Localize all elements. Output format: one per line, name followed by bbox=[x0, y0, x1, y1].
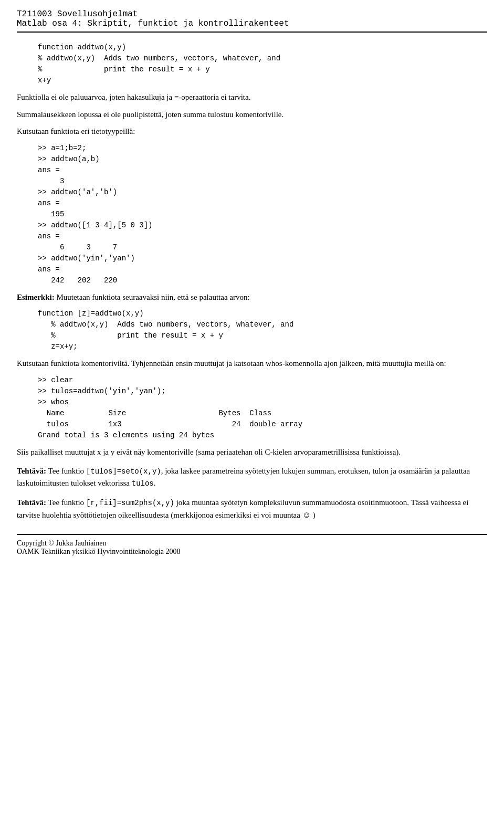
code-block-3: function [z]=addtwo(x,y) % addtwo(x,y) A… bbox=[38, 308, 487, 352]
header: T211003 Sovellusohjelmat Matlab osa 4: S… bbox=[17, 9, 487, 33]
code-block-2: >> a=1;b=2; >> addtwo(a,b) ans = 3 >> ad… bbox=[38, 143, 487, 286]
page: T211003 Sovellusohjelmat Matlab osa 4: S… bbox=[0, 0, 504, 819]
tehtava1-code2: tulos bbox=[132, 479, 154, 488]
esimerkki-paragraph: Esimerkki: Muutetaan funktiota seuraavak… bbox=[17, 291, 487, 303]
tehtava2-label: Tehtävä: bbox=[17, 498, 46, 507]
tehtava-1: Tehtävä: Tee funktio [tulos]=seto(x,y), … bbox=[17, 465, 487, 489]
tehtava1-code: [tulos]=seto(x,y) bbox=[86, 467, 161, 476]
tehtava2-text3: ) bbox=[311, 511, 316, 519]
prose-4: Kutsutaan funktiota komentoriviltä. Tyhj… bbox=[17, 358, 487, 370]
tehtava1-text3: . bbox=[154, 479, 156, 487]
code-block-1: function addtwo(x,y) % addtwo(x,y) Adds … bbox=[38, 42, 487, 86]
footer: Copyright © Jukka Jauhiainen OAMK Teknii… bbox=[17, 534, 487, 556]
smiley-icon: ☺ bbox=[302, 510, 311, 519]
prose-1: Funktiolla ei ole paluuarvoa, joten haka… bbox=[17, 91, 487, 103]
code-block-4: >> clear >> tulos=addtwo('yin','yan'); >… bbox=[38, 375, 487, 441]
footer-line2: OAMK Tekniikan yksikkö Hyvinvointiteknol… bbox=[17, 548, 487, 556]
prose-5: Siis paikalliset muuttujat x ja y eivät … bbox=[17, 446, 487, 458]
esimerkki-label: Esimerkki: bbox=[17, 293, 55, 301]
tehtava2-text: Tee funktio bbox=[46, 498, 86, 507]
prose-3: Kutsutaan funktiota eri tietotyypeillä: bbox=[17, 125, 487, 138]
footer-line1: Copyright © Jukka Jauhiainen bbox=[17, 539, 487, 548]
prose-2: Summalausekkeen lopussa ei ole puolipist… bbox=[17, 109, 487, 121]
tehtava-2: Tehtävä: Tee funktio [r,fii]=sum2phs(x,y… bbox=[17, 497, 487, 521]
header-line2: Matlab osa 4: Skriptit, funktiot ja kont… bbox=[17, 19, 487, 28]
tehtava1-label: Tehtävä: bbox=[17, 467, 46, 475]
tehtava1-text: Tee funktio bbox=[46, 467, 86, 475]
tehtava2-code: [r,fii]=sum2phs(x,y) bbox=[86, 499, 174, 507]
header-line1: T211003 Sovellusohjelmat bbox=[17, 9, 487, 19]
esimerkki-text: Muutetaan funktiota seuraavaksi niin, et… bbox=[55, 293, 250, 301]
